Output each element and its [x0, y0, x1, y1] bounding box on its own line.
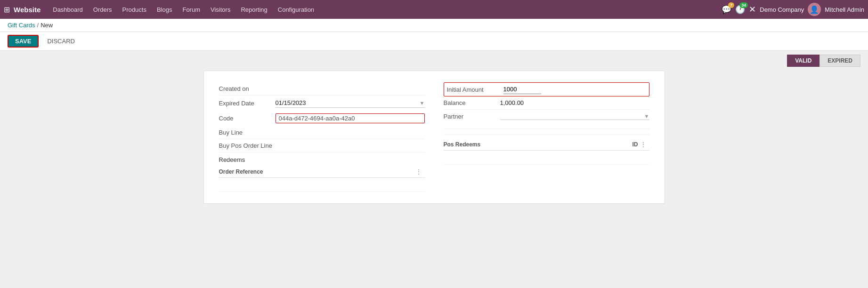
balance-row: Balance 1,000.00 [444, 96, 649, 110]
status-expired-button[interactable]: EXPIRED [819, 55, 860, 67]
partner-row: Partner ▼ [444, 110, 649, 123]
left-column: Created on Expired Date ▼ [219, 82, 425, 192]
buy-line-row: Buy Line [219, 126, 425, 139]
breadcrumb-separator: / [37, 22, 39, 29]
toolbar: SAVE DISCARD [0, 32, 868, 51]
redeems-col-dots[interactable]: ⋮ [415, 168, 425, 176]
form-grid: Created on Expired Date ▼ [219, 82, 649, 192]
expired-date-row: Expired Date ▼ [219, 96, 425, 111]
right-spacer-2 [444, 129, 649, 135]
initial-amount-label: Initial Amount [447, 86, 503, 93]
order-reference-header: Order Reference [219, 168, 415, 175]
save-button[interactable]: SAVE [8, 35, 39, 48]
balance-label: Balance [444, 99, 500, 106]
expired-date-input-wrap: ▼ [276, 98, 425, 108]
user-name[interactable]: Mitchell Admin [825, 6, 864, 13]
pos-redeems-table-header: Pos Redeems ID ⋮ [444, 139, 649, 151]
status-bar: VALID EXPIRED [0, 51, 868, 71]
breadcrumb-current: New [41, 22, 53, 29]
redeems-empty-row [219, 178, 425, 192]
date-dropdown-icon[interactable]: ▼ [420, 100, 425, 106]
buy-line-label: Buy Line [219, 129, 276, 136]
nav-item-reporting[interactable]: Reporting [236, 3, 272, 16]
code-label: Code [219, 115, 276, 122]
grid-icon[interactable]: ⊞ [4, 5, 10, 14]
form-card: Created on Expired Date ▼ [203, 71, 665, 204]
redeems-section: Redeems Order Reference ⋮ [219, 156, 425, 192]
nav-item-dashboard[interactable]: Dashboard [48, 3, 88, 16]
expired-date-input[interactable] [276, 98, 420, 107]
discard-button[interactable]: DISCARD [42, 36, 80, 47]
partner-label: Partner [444, 113, 500, 120]
status-valid-button[interactable]: VALID [787, 55, 819, 67]
nav-item-orders[interactable]: Orders [89, 3, 117, 16]
pos-redeems-col-dots[interactable]: ⋮ [640, 141, 649, 148]
right-spacer-1 [444, 123, 649, 129]
nav-right: 💬 7 🕐 34 ✕ Demo Company 👤 Mitchell Admin [722, 3, 864, 16]
nav-items: Dashboard Orders Products Blogs Forum Vi… [48, 3, 720, 16]
nav-item-configuration[interactable]: Configuration [273, 3, 319, 16]
id-header: ID [633, 141, 638, 148]
close-icon[interactable]: ✕ [749, 4, 756, 15]
created-on-row: Created on [219, 82, 425, 96]
avatar[interactable]: 👤 [808, 3, 821, 16]
partner-input[interactable] [500, 112, 644, 120]
buy-pos-order-line-label: Buy Pos Order Line [219, 142, 304, 149]
content-area: VALID EXPIRED Created on Expir [0, 51, 868, 288]
buy-pos-order-line-row: Buy Pos Order Line [219, 139, 425, 152]
code-input[interactable] [279, 115, 422, 122]
code-input-wrap [276, 113, 425, 123]
top-nav: ⊞ Website Dashboard Orders Products Blog… [0, 0, 868, 19]
pos-redeems-header: Pos Redeems [444, 141, 633, 148]
breadcrumb: Gift Cards / New [0, 19, 868, 32]
nav-item-forum[interactable]: Forum [178, 3, 205, 16]
balance-value: 1,000.00 [500, 99, 649, 106]
partner-dropdown-icon[interactable]: ▼ [644, 113, 649, 119]
initial-amount-row: Initial Amount [444, 82, 649, 96]
nav-brand[interactable]: Website [14, 6, 41, 14]
created-on-label: Created on [219, 85, 276, 92]
breadcrumb-parent[interactable]: Gift Cards [8, 22, 35, 29]
nav-item-products[interactable]: Products [118, 3, 151, 16]
pos-redeems-section: Pos Redeems ID ⋮ [444, 139, 649, 165]
updates-notification[interactable]: 🕐 34 [735, 5, 745, 15]
initial-amount-input[interactable] [503, 85, 541, 94]
main-content: Created on Expired Date ▼ [0, 71, 868, 211]
company-name[interactable]: Demo Company [760, 6, 804, 13]
right-column: Initial Amount Balance 1,000.00 Partner [444, 82, 649, 192]
updates-badge: 34 [739, 2, 748, 8]
nav-item-blogs[interactable]: Blogs [152, 3, 177, 16]
nav-item-visitors[interactable]: Visitors [206, 3, 235, 16]
redeems-table-header: Order Reference ⋮ [219, 166, 425, 178]
expired-date-label: Expired Date [219, 100, 276, 107]
chat-notification[interactable]: 💬 7 [722, 5, 731, 15]
code-row: Code [219, 111, 425, 126]
pos-redeems-empty-row [444, 151, 649, 165]
redeems-label: Redeems [219, 156, 245, 163]
partner-select-wrap: ▼ [500, 112, 649, 120]
chat-badge: 7 [728, 2, 734, 8]
